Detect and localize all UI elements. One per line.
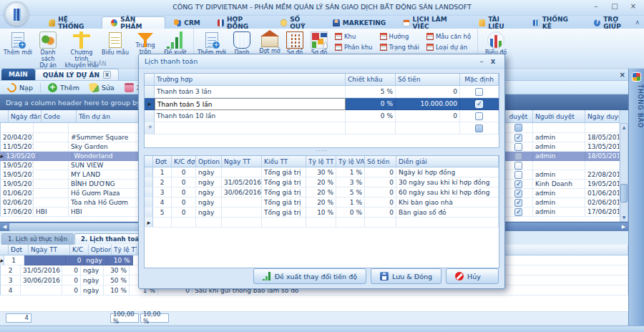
table-row[interactable]: 3 0 ngày 30/06/2016 Tổng giá trị 20 % 5 …: [145, 187, 499, 197]
tab-so-quy[interactable]: SỐ QUỸ: [272, 16, 324, 29]
table-row[interactable]: Thanh toán 3 lần 5 % 0: [145, 86, 499, 98]
tab-close-icon[interactable]: [103, 71, 111, 79]
so-do-mau-button[interactable]: Sơ đồ: [307, 30, 331, 56]
de-xuat-thay-doi-tien-do-button[interactable]: Đề xuất thay đổi tiến độ: [253, 268, 366, 284]
dialog-minimize-button[interactable]: [476, 57, 487, 65]
dot-mo-button[interactable]: Đợt mở: [257, 30, 283, 54]
pointer-row[interactable]: [145, 218, 499, 228]
table-row[interactable]: 1 0 ngày Tổng giá trị 30 % 1 % 0 Ngày kí…: [145, 167, 499, 177]
column-header-chiet-khau[interactable]: Chiết khấu: [346, 74, 396, 86]
column-header-option[interactable]: Option: [196, 156, 222, 167]
mau-can-ho-button[interactable]: Mẫu căn hộ: [424, 32, 473, 41]
column-header-code[interactable]: Code: [42, 110, 77, 123]
tab-tai-lieu[interactable]: TÀI LIỆU: [470, 16, 524, 29]
column-header-so-tien[interactable]: Số tiền: [396, 74, 460, 86]
filter-cell[interactable]: [585, 123, 620, 133]
checkbox-checked[interactable]: [514, 208, 522, 216]
column-header-kc[interactable]: K/C: [70, 245, 89, 255]
tab-he-thong[interactable]: HỆ THỐNG: [40, 16, 102, 29]
checkbox-unchecked[interactable]: [514, 143, 522, 151]
filter-cell[interactable]: [34, 123, 69, 133]
cell-truong-hop[interactable]: [155, 122, 346, 135]
column-header-ngay-tt[interactable]: Ngày TT: [222, 156, 262, 167]
app-logo[interactable]: [4, 1, 29, 26]
checkbox-checked[interactable]: [475, 100, 483, 108]
cell-truong-hop-editing[interactable]: Thanh toán 5 lần: [155, 98, 346, 110]
so-do-button[interactable]: Sơ đồ: [283, 30, 307, 56]
checkbox-unchecked[interactable]: [514, 162, 522, 170]
tab-quan-ly-du-an[interactable]: QUẢN LÝ DỰ ÁN: [35, 69, 119, 80]
truong-tron-button[interactable]: Trường trộn: [130, 30, 160, 55]
column-header-dien-giai[interactable]: Diễn giải: [396, 156, 499, 167]
trang-thai-button[interactable]: Trạng thái: [378, 43, 421, 52]
workspace-close-icon[interactable]: [620, 71, 625, 79]
bieu-mau-button[interactable]: Biểu mẫu: [100, 30, 130, 56]
ribbon-collapse-icon[interactable]: [635, 19, 640, 26]
checkbox-unchecked[interactable]: [514, 171, 522, 179]
minimize-button[interactable]: [591, 2, 601, 10]
scroll-left-icon[interactable]: [0, 223, 9, 231]
filter-cell[interactable]: [504, 123, 533, 133]
maximize-button[interactable]: [610, 2, 620, 10]
checkbox-indeterminate[interactable]: [475, 125, 483, 132]
checkbox-selected[interactable]: [514, 152, 522, 160]
close-button[interactable]: [628, 2, 638, 10]
column-header-truong-hop[interactable]: Trường hợp: [155, 74, 346, 86]
checkbox-checked[interactable]: [514, 180, 522, 188]
new-row[interactable]: [145, 122, 499, 135]
scroll-right-icon[interactable]: [619, 223, 628, 231]
phan-khu-button[interactable]: Phân khu: [333, 43, 375, 52]
them-moi-du-an-button[interactable]: Thêm mới: [3, 30, 33, 56]
cell-mac-dinh[interactable]: [460, 122, 499, 135]
dock-thong-bao[interactable]: THÔNG BÁO: [628, 69, 644, 326]
column-header-ty-le-tt[interactable]: Tỷ lệ TT: [112, 245, 137, 255]
dialog-title-bar[interactable]: Lịch thanh toán: [139, 54, 504, 69]
column-header-ty-le-vat[interactable]: Tỷ lệ VAT: [336, 156, 365, 167]
tab-thong-ke[interactable]: THỐNG KÊ: [524, 16, 585, 29]
loai-du-an-button[interactable]: Loại dự án: [424, 43, 473, 52]
column-header-kieu-tt[interactable]: Kiểu TT: [262, 156, 306, 167]
them-button[interactable]: Thêm: [44, 82, 84, 93]
scroll-down-icon[interactable]: [620, 214, 628, 221]
column-header-ngay-duyet[interactable]: Ngày duyệt: [585, 110, 620, 123]
huong-button[interactable]: Hướng: [378, 32, 421, 41]
tab-main[interactable]: MAIN: [1, 69, 35, 80]
column-header-so-tien[interactable]: Số tiền: [365, 156, 396, 167]
table-row[interactable]: 4 0 ngày Tổng giá trị 20 % 1 % 0 Khi bàn…: [145, 197, 499, 208]
bieu-do-button[interactable]: Biểu đồ: [481, 30, 511, 56]
checkbox-unchecked[interactable]: [475, 112, 483, 120]
column-header-option[interactable]: Option: [89, 245, 112, 255]
column-header-ngay-tt[interactable]: Ngày TT: [29, 245, 70, 255]
scroll-up-icon[interactable]: [620, 124, 628, 131]
table-row-selected[interactable]: Thanh toán 5 lần 0 % 10.000.000: [145, 98, 499, 110]
column-header-dot[interactable]: Đợt: [9, 245, 29, 255]
table-row[interactable]: 5 0 ngày Tổng giá trị 10 % 0 % 0 Bàn gia…: [145, 208, 499, 218]
tab-lich-su-thuc-hien[interactable]: 1. Lịch sử thực hiện: [1, 233, 74, 245]
tab-hop-dong[interactable]: HỢP ĐỒNG: [209, 16, 272, 29]
checkbox-checked[interactable]: [514, 134, 522, 142]
nap-button[interactable]: Nạp: [3, 82, 37, 93]
column-header-mac-dinh[interactable]: Mặc định: [460, 74, 499, 86]
splitter-handle[interactable]: [144, 148, 499, 155]
tab-lich-lam-viec[interactable]: LỊCH LÀM VIỆC: [394, 16, 470, 29]
checkbox-checked[interactable]: [514, 199, 522, 207]
vertical-scrollbar[interactable]: [620, 123, 628, 222]
column-header-ngay-dang[interactable]: Ngày đăng: [9, 110, 42, 123]
dialog-close-button[interactable]: [487, 57, 499, 65]
scrollbar-thumb[interactable]: [620, 184, 628, 202]
luu-va-dong-button[interactable]: Lưu & Đóng: [371, 268, 441, 284]
huy-button[interactable]: Hủy: [446, 268, 499, 284]
column-header-nguoi-duyet[interactable]: Người duyệt: [533, 110, 585, 123]
tab-crm[interactable]: CRM: [165, 16, 209, 29]
column-header-dot[interactable]: Đợt: [153, 156, 172, 167]
filter-cell[interactable]: [533, 123, 585, 133]
column-header-duyet[interactable]: duyệt: [504, 110, 533, 123]
table-row[interactable]: 2 0 ngày 31/05/2016 Tổng giá trị 20 % 3 …: [145, 177, 499, 187]
tab-san-pham[interactable]: SẢN PHẨM: [102, 16, 165, 29]
filter-cell[interactable]: [1, 123, 34, 133]
column-header-kc-dot[interactable]: K/C đợt: [172, 156, 196, 167]
tab-marketing[interactable]: MARKETING: [324, 16, 394, 29]
sua-button[interactable]: Sửa: [85, 82, 119, 93]
khu-button[interactable]: Khu: [333, 32, 375, 41]
checkbox-checked[interactable]: [514, 190, 522, 197]
